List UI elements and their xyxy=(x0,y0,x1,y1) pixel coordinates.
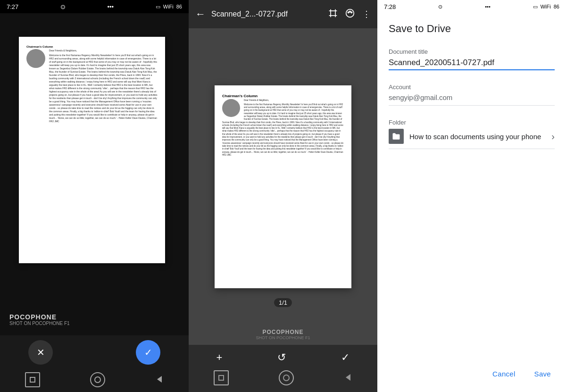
mid-doc-page: Chairman's Column Dear Friends & Neighbo… xyxy=(215,85,351,288)
page-indicator: 1/1 xyxy=(274,298,292,307)
more-button[interactable]: ⋮ xyxy=(362,9,371,19)
recents-button-left[interactable] xyxy=(25,372,40,387)
folder-icon xyxy=(392,132,400,141)
rotate-button[interactable]: ↺ xyxy=(277,351,286,364)
svg-point-4 xyxy=(351,12,352,13)
home-button-left[interactable] xyxy=(90,372,105,387)
svg-point-1 xyxy=(346,9,354,17)
back-button-left[interactable] xyxy=(155,375,164,385)
viewer-bottom-bar: + ↺ ✓ xyxy=(189,345,377,392)
back-button-header[interactable]: ← xyxy=(195,8,206,20)
doc-salutation-mid: Dear Friends & Neighbors, xyxy=(222,99,344,102)
folder-chevron-icon: › xyxy=(551,131,555,142)
document-viewer: Chairman's Column Dear Friends & Neighbo… xyxy=(189,28,377,345)
time-right: 7:28 xyxy=(384,3,396,10)
folder-label: Folder xyxy=(389,119,555,126)
battery-indicator-left: ▭ xyxy=(156,4,160,10)
brand-sub-mid: SHOT ON POCOPHONE F1 xyxy=(256,335,310,340)
left-nav-bar xyxy=(0,372,189,391)
viewer-nav xyxy=(189,370,377,385)
doc-text-mid: Dear Friends & Neighbors, Welcome to the… xyxy=(222,99,344,157)
doc-avatar-left xyxy=(26,49,45,68)
doc-heading-left: Chairman's Column xyxy=(26,45,158,48)
middle-panel: ← Scanned_2...-0727.pdf ⋮ xyxy=(189,0,377,392)
doc-heading-mid: Chairman's Column xyxy=(222,94,344,98)
doc-text-left: Dear Friends & Neighbors, Welcome to the… xyxy=(49,49,158,125)
header-filename: Scanned_2...-0727.pdf xyxy=(211,10,323,18)
crop-icon xyxy=(328,8,338,18)
square-icon-left xyxy=(30,377,35,383)
palette-button[interactable] xyxy=(345,8,355,20)
alert-circle-icon-right: ⊙ xyxy=(438,4,442,10)
viewer-actions: + ↺ ✓ xyxy=(189,351,377,364)
add-page-button[interactable]: + xyxy=(216,351,223,364)
close-button[interactable]: ✕ xyxy=(28,340,53,365)
brand-name-mid: POCOPHONE xyxy=(256,329,310,335)
svg-marker-0 xyxy=(157,376,162,383)
left-doc-page: Chairman's Column Dear Friends & Neighbo… xyxy=(19,37,165,263)
left-document-preview: Chairman's Column Dear Friends & Neighbo… xyxy=(0,13,189,335)
wifi-icon-left: WiFi xyxy=(163,4,174,9)
circle-icon-mid xyxy=(283,375,290,381)
done-button[interactable]: ✓ xyxy=(341,351,350,364)
battery-level-left: 86 xyxy=(176,4,182,9)
brand-sub-left: SHOT ON POCOPHONE F1 xyxy=(9,321,70,326)
save-panel: Save to Drive Document title Account sen… xyxy=(377,13,566,361)
svg-point-2 xyxy=(348,12,349,13)
square-icon-mid xyxy=(218,375,224,381)
back-button-mid[interactable] xyxy=(344,373,352,383)
doc-body-left: Welcome to the first Hartamas Regency Mo… xyxy=(49,54,158,123)
folder-icon-wrap xyxy=(389,129,404,144)
save-button[interactable]: Save xyxy=(531,367,555,381)
left-action-buttons: ✕ ✓ xyxy=(0,340,189,365)
doc-avatar-mid xyxy=(222,99,240,117)
back-triangle-icon-mid xyxy=(344,373,352,382)
doc-title-label: Document title xyxy=(389,48,555,55)
svg-marker-5 xyxy=(346,374,350,381)
alert-circle-icon: ⊙ xyxy=(60,3,66,10)
more-vertical-icon: ⋮ xyxy=(362,9,371,19)
crop-button[interactable] xyxy=(328,8,338,20)
cancel-button[interactable]: Cancel xyxy=(489,367,519,381)
battery-icon-right: ▭ xyxy=(533,4,538,10)
header-icons: ⋮ xyxy=(328,8,371,20)
right-panel: 7:28 ⊙ ••• ▭ WiFi 86 Save to Drive Docum… xyxy=(377,0,566,392)
account-value: sengyip@gmail.com xyxy=(389,93,555,106)
wifi-icon-right: WiFi xyxy=(541,4,551,9)
circle-icon-left xyxy=(94,376,101,383)
watermark-mid: POCOPHONE SHOT ON POCOPHONE F1 xyxy=(256,329,310,340)
back-triangle-icon-left xyxy=(155,375,164,384)
watermark-left: POCOPHONE SHOT ON POCOPHONE F1 xyxy=(9,313,70,326)
folder-name-text: How to scan documents using your phone xyxy=(409,133,551,141)
save-footer: Cancel Save xyxy=(377,361,566,392)
home-button-mid[interactable] xyxy=(279,370,294,385)
doc-body-mid: Welcome to the first Hartamas Regency Mo… xyxy=(222,103,344,157)
brand-name-left: POCOPHONE xyxy=(9,313,70,321)
palette-icon xyxy=(345,8,355,18)
time-left: 7:27 xyxy=(7,3,18,10)
status-bar-left: 7:27 ⊙ ••• ▭ WiFi 86 xyxy=(0,0,189,13)
doc-salutation-left: Dear Friends & Neighbors, xyxy=(49,49,158,52)
battery-level-right: 86 xyxy=(554,4,559,9)
status-bar-right: 7:28 ⊙ ••• ▭ WiFi 86 xyxy=(377,0,566,13)
more-dots-right-icon: ••• xyxy=(485,4,491,9)
left-bottom-bar: ✕ ✓ xyxy=(0,335,189,392)
left-panel: 7:27 ⊙ ••• ▭ WiFi 86 Chairman's Column D… xyxy=(0,0,189,392)
save-to-drive-title: Save to Drive xyxy=(389,23,555,35)
confirm-button[interactable]: ✓ xyxy=(136,340,160,365)
more-dots-left-icon: ••• xyxy=(108,3,114,10)
svg-point-3 xyxy=(350,11,351,12)
recents-button-mid[interactable] xyxy=(214,370,229,385)
folder-selector[interactable]: How to scan documents using your phone › xyxy=(389,129,555,149)
account-label: Account xyxy=(389,83,555,91)
app-header: ← Scanned_2...-0727.pdf ⋮ xyxy=(189,0,377,28)
doc-title-input[interactable] xyxy=(389,58,555,70)
